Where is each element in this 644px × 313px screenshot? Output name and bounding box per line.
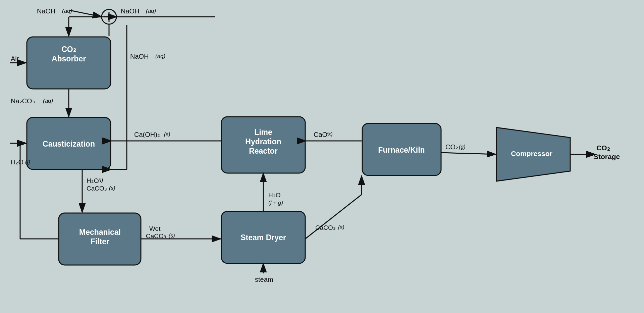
co2-storage-label2: Storage (594, 153, 620, 160)
co2-g-label: CO₂ (445, 143, 458, 151)
h2o-left-label: H₂O (11, 158, 23, 166)
co2-g-label-g: (g) (459, 144, 466, 150)
mechanical-filter-label2: Filter (91, 237, 109, 246)
causticization-label: Causticization (43, 140, 95, 148)
h2o-lg-label2: (l + g) (268, 200, 283, 206)
ca-oh2-label: Ca(OH)₂ (134, 131, 160, 138)
ca-oh2-label-s: (s) (164, 132, 170, 137)
lime-hydration-label3: Reactor (249, 147, 278, 155)
h2o-caco3-label: H₂O (87, 177, 99, 184)
na2co3-label: Na₂CO₃ (11, 97, 35, 105)
steam-label: steam (255, 276, 273, 283)
caco3-furnace-label-s: (s) (338, 224, 344, 230)
co2-storage-label: CO₂ (596, 144, 610, 152)
compressor-label: Compressor (511, 150, 552, 157)
h2o-left-label-l: (l) (25, 159, 30, 165)
co2-absorber-label2: Absorber (52, 54, 86, 63)
lime-hydration-label2: Hydration (245, 137, 281, 146)
wet-caco3-label: CaCO₃ (146, 232, 166, 240)
naoh-right-side: NaOH (130, 53, 149, 60)
caco3-s-label: CaCO₃ (87, 185, 107, 192)
h2o-lg-label: H₂O (268, 192, 281, 199)
air-label: Air (11, 55, 19, 62)
lime-hydration-label: Lime (254, 128, 272, 137)
process-flow-diagram: CO₂ Absorber Causticization Mechanical F… (0, 0, 644, 313)
co2-absorber-label: CO₂ (61, 45, 76, 54)
cao-label-s: (s) (326, 132, 333, 137)
h2o-caco3-label-l: (l) (98, 177, 103, 183)
na2co3-label-aq: (aq) (43, 98, 53, 104)
naoh-label-right-aq: (aq) (146, 8, 156, 14)
naoh-right-side-aq: (aq) (155, 53, 165, 59)
cao-label: CaO (314, 131, 327, 138)
wet-label: Wet (149, 225, 161, 232)
naoh-label-left: NaOH (37, 7, 56, 15)
steam-dryer-label: Steam Dryer (240, 233, 286, 242)
naoh-label-right: NaOH (121, 7, 140, 15)
mechanical-filter-label: Mechanical (79, 228, 121, 237)
naoh-label-left-aq: (aq) (62, 8, 72, 14)
caco3-s-label-s: (s) (109, 185, 115, 191)
wet-caco3-label-s: (s) (169, 233, 175, 239)
furnace-kiln-label: Furnace/Kiln (378, 146, 425, 154)
caco3-furnace-label: CaCO₃ (315, 224, 336, 231)
